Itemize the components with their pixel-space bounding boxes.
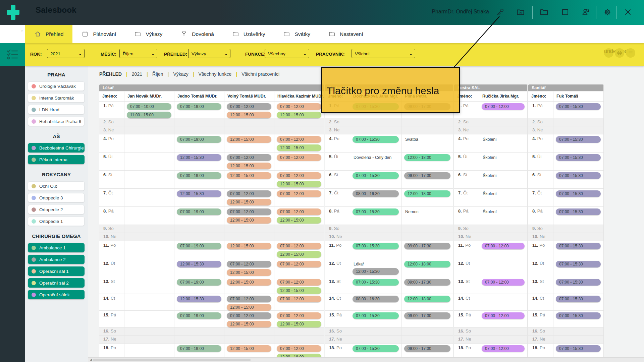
shift-chip[interactable]: 12:00 - 15:00 <box>227 243 271 249</box>
tab-planovani[interactable]: Plánování <box>72 25 125 43</box>
sidebar-item-ortopedie-1[interactable]: Ortopedie 1 <box>28 217 85 226</box>
filter-select-prehled[interactable]: Výkazy⌄ <box>188 49 230 58</box>
tab-dovolena[interactable]: Dovolená <box>171 25 223 43</box>
shift-chip[interactable]: 12:00 - 18:00 <box>404 154 450 161</box>
shift-chip[interactable]: 12:00 - 18:00 <box>404 190 450 197</box>
cell-note[interactable]: Školení <box>483 173 527 178</box>
shift-chip[interactable]: 07:00 - 15:30 <box>556 296 601 302</box>
print-button[interactable] <box>615 48 624 58</box>
shift-chip[interactable]: 07:00 - 15:30 <box>353 136 399 143</box>
user-search-icon[interactable] <box>581 7 590 17</box>
filter-select-mesic[interactable]: Říjen⌄ <box>119 49 157 58</box>
shift-chip[interactable]: 07:00 - 12:00 <box>227 296 271 302</box>
shift-chip[interactable]: 12:00 - 15:00 <box>227 199 271 205</box>
shift-chip[interactable]: 07:00 - 15:30 <box>556 190 601 197</box>
shift-chip[interactable]: 12:00 - 15:00 <box>227 279 271 286</box>
shift-chip[interactable]: 07:00 - 12:00 <box>277 279 321 286</box>
folder-n-icon[interactable]: N <box>516 7 525 17</box>
cell-note[interactable]: Nemoc <box>405 209 453 214</box>
filter-button[interactable]: undefined <box>604 48 613 58</box>
scrollbar-thumb[interactable] <box>93 359 251 361</box>
sidebar-item-ortopedie-2[interactable]: Ortopedie 2 <box>28 205 85 214</box>
shift-chip[interactable]: 12:00 - 15:00 <box>227 217 271 224</box>
shift-chip[interactable]: 12:00 - 15:00 <box>227 172 271 179</box>
cell-note[interactable]: Dovolená - Celý den <box>354 155 401 160</box>
cell-note[interactable]: Školení <box>483 191 527 196</box>
shift-chip[interactable]: 07:00 - 15:30 <box>353 312 399 319</box>
sidebar-toggle-button[interactable] <box>0 43 25 66</box>
settings-icon[interactable] <box>603 7 612 17</box>
collapse-arrow-icon[interactable]: → <box>18 27 24 34</box>
shift-chip[interactable]: 07:00 - 12:00 <box>277 312 321 319</box>
shift-chip[interactable]: 07:00 - 12:00 <box>482 103 525 110</box>
shift-chip[interactable]: 09:00 - 17:30 <box>404 279 450 286</box>
shift-chip[interactable]: 07:00 - 15:30 <box>353 243 399 249</box>
shift-chip[interactable]: 12:00 - 15:00 <box>277 112 321 118</box>
sidebar-item-ambulance-2[interactable]: Ambulance 2 <box>28 255 85 264</box>
tab-nastaveni[interactable]: Nastavení <box>319 25 372 43</box>
sidebar-item-pekna-interna[interactable]: Pěkná Interna <box>28 155 85 164</box>
shift-chip[interactable]: 07:00 - 15:30 <box>353 208 399 215</box>
shift-chip[interactable]: 12:00 - 15:00 <box>227 163 271 169</box>
shift-chip[interactable]: 12:00 - 15:00 <box>277 287 321 294</box>
sidebar-item-interna-staromak[interactable]: Interna Staromák <box>28 93 85 103</box>
sidebar-item-bezbolestna-chirurgie[interactable]: Bezbolestná Chirurgie <box>28 143 85 153</box>
shift-chip[interactable]: 07:00 - 19:00 <box>177 208 221 215</box>
shift-chip[interactable]: 12:00 - 15:30 <box>177 296 221 302</box>
shift-chip[interactable]: 07:00 - 15:30 <box>353 279 399 286</box>
shift-chip[interactable]: 07:00 - 15:30 <box>353 345 399 352</box>
shift-chip[interactable]: 07:00 - 15:30 <box>556 172 601 179</box>
filter-select-rok[interactable]: 2021⌄ <box>47 49 85 58</box>
filter-select-pracovnik[interactable]: Všichni⌄ <box>352 49 415 58</box>
shift-chip[interactable]: 12:00 - 15:30 <box>177 261 221 267</box>
shift-chip[interactable]: 07:00 - 15:30 <box>556 136 601 143</box>
sidebar-item-operacni-sal-1[interactable]: Operační sál 1 <box>28 266 85 276</box>
tab-uzaverky[interactable]: Uzávěrky <box>223 25 274 43</box>
shift-chip[interactable]: 09:00 - 17:30 <box>404 345 450 352</box>
shift-chip[interactable]: 07:00 - 19:00 <box>177 312 221 319</box>
shift-chip[interactable]: 12:00 - 15:00 <box>227 345 271 352</box>
shift-chip[interactable]: 07:00 - 15:30 <box>556 261 601 267</box>
shift-chip[interactable]: 07:00 - 15:30 <box>556 345 601 352</box>
sidebar-item-urologie-vaclavak[interactable]: Urologie Václavák <box>28 81 85 91</box>
shift-chip[interactable]: 12:00 - 15:00 <box>227 304 271 311</box>
shift-chip[interactable]: 07:00 - 12:00 <box>482 279 525 286</box>
shift-chip[interactable]: 07:00 - 15:30 <box>556 243 601 249</box>
tab-svatky[interactable]: Svátky <box>274 25 319 43</box>
shift-chip[interactable]: 12:00 - 15:30 <box>177 154 221 161</box>
shift-chip[interactable]: 12:00 - 15:00 <box>227 269 271 276</box>
shift-chip[interactable]: 07:00 - 12:00 <box>277 154 321 161</box>
folder-icon[interactable] <box>539 7 549 17</box>
shift-chip[interactable]: 08:00 - 16:30 <box>353 296 399 302</box>
shift-chip[interactable]: 07:00 - 12:00 <box>277 243 321 249</box>
shift-chip[interactable]: 07:00 - 15:30 <box>556 279 601 286</box>
cell-note[interactable]: Školení <box>483 209 527 214</box>
shift-chip[interactable]: 12:00 - 15:00 <box>277 144 321 151</box>
shift-chip[interactable]: 09:00 - 17:30 <box>404 312 450 319</box>
filter-select-funkce[interactable]: Všechny⌄ <box>265 49 309 58</box>
shift-chip[interactable]: 07:00 - 15:30 <box>556 312 601 319</box>
scroll-left-arrow-icon[interactable]: ◀ <box>90 358 92 362</box>
tab-prehled[interactable]: Přehled <box>25 25 72 43</box>
shift-chip[interactable]: 07:00 - 19:00 <box>177 243 221 249</box>
shift-chip[interactable]: 07:00 - 12:00 <box>277 345 321 352</box>
shift-chip[interactable]: 07:00 - 19:00 <box>177 172 221 179</box>
close-icon[interactable] <box>623 7 633 17</box>
shift-chip[interactable]: 08:00 - 16:30 <box>353 190 399 197</box>
cell-note[interactable]: Svatba <box>405 137 453 142</box>
shift-chip[interactable]: 07:00 - 12:00 <box>227 103 271 110</box>
sidebar-item-operacni-sal-2[interactable]: Operační sál 2 <box>28 278 85 288</box>
shift-chip[interactable]: 07:00 - 12:00 <box>277 103 321 110</box>
shift-chip[interactable]: 12:00 - 15:00 <box>227 321 271 327</box>
cell-note[interactable]: Lékař <box>354 262 401 266</box>
shift-chip[interactable]: 09:00 - 17:30 <box>404 172 450 179</box>
key-icon[interactable] <box>495 7 505 17</box>
tab-vykazy[interactable]: Výkazy <box>125 25 171 43</box>
shift-chip[interactable]: 12:00 - 18:00 <box>404 296 450 302</box>
shift-chip[interactable]: 07:00 - 15:30 <box>556 103 601 110</box>
cell-note[interactable]: Školení <box>483 155 527 160</box>
cell-note[interactable]: Školení <box>483 137 527 142</box>
shift-chip[interactable]: 07:00 - 12:00 <box>227 208 271 215</box>
shift-chip[interactable]: 07:00 - 12:00 <box>277 261 321 267</box>
shift-chip[interactable]: 12:00 - 15:30 <box>177 190 221 197</box>
